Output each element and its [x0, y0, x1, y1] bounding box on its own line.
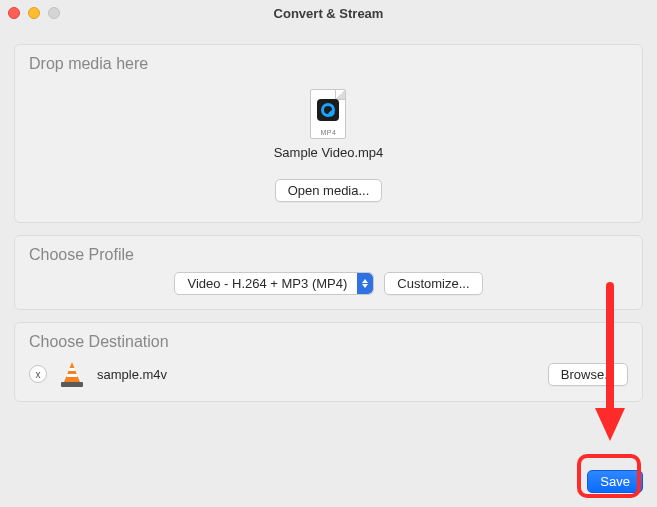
close-window-icon[interactable]: [8, 7, 20, 19]
choose-profile-panel: Choose Profile Video - H.264 + MP3 (MP4)…: [14, 235, 643, 310]
window-titlebar: Convert & Stream: [0, 0, 657, 26]
media-file-name: Sample Video.mp4: [274, 145, 384, 160]
drop-media-title: Drop media here: [29, 55, 628, 73]
profile-selected-label: Video - H.264 + MP3 (MP4): [187, 276, 357, 291]
clear-destination-button[interactable]: x: [29, 365, 47, 383]
drop-media-panel: Drop media here MP4 Sample Video.mp4 Ope…: [14, 44, 643, 223]
browse-button[interactable]: Browse...: [548, 363, 628, 386]
chevron-up-down-icon: [357, 273, 373, 294]
minimize-window-icon[interactable]: [28, 7, 40, 19]
vlc-file-icon: [61, 361, 83, 387]
window-controls: [8, 7, 60, 19]
open-media-button[interactable]: Open media...: [275, 179, 383, 202]
window-title: Convert & Stream: [274, 6, 384, 21]
choose-destination-title: Choose Destination: [29, 333, 628, 351]
choose-destination-panel: Choose Destination x sample.m4v Browse..…: [14, 322, 643, 402]
action-bar: Save: [587, 470, 643, 493]
save-button[interactable]: Save: [587, 470, 643, 493]
profile-select[interactable]: Video - H.264 + MP3 (MP4): [174, 272, 374, 295]
mp4-file-icon: MP4: [308, 89, 348, 139]
drop-area[interactable]: MP4 Sample Video.mp4 Open media...: [29, 81, 628, 202]
content-area: Drop media here MP4 Sample Video.mp4 Ope…: [0, 26, 657, 416]
media-file[interactable]: MP4 Sample Video.mp4: [274, 89, 384, 160]
destination-file-name: sample.m4v: [97, 367, 167, 382]
zoom-window-icon: [48, 7, 60, 19]
choose-profile-title: Choose Profile: [29, 246, 628, 264]
customize-button[interactable]: Customize...: [384, 272, 482, 295]
file-type-label: MP4: [311, 129, 345, 136]
